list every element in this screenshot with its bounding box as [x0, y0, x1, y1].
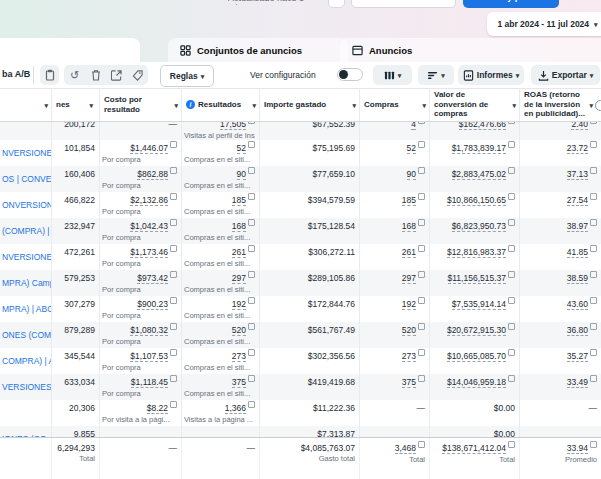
header-campaign-name[interactable]: ▾	[0, 88, 52, 121]
purchases-value[interactable]: 90	[407, 170, 416, 180]
purchases-value[interactable]: 52	[407, 144, 416, 154]
header-cost-per-result[interactable]: Costo por resultado ▾	[100, 88, 182, 121]
cost-value[interactable]: $900.23	[137, 300, 168, 310]
results-value[interactable]: 185	[232, 196, 246, 206]
results-value[interactable]: 297	[232, 274, 246, 284]
results-value[interactable]: 17,505	[220, 122, 246, 130]
discard-drafts-button[interactable]: Descartar borradores	[351, 0, 456, 8]
cost-value[interactable]: —	[169, 122, 178, 129]
roas-value[interactable]: 2.40	[571, 122, 588, 130]
cost-value[interactable]: $862.88	[137, 170, 168, 180]
cost-value[interactable]: $1,080.32	[130, 326, 168, 336]
results-value[interactable]: 52	[237, 144, 246, 154]
value-value[interactable]: $162,476.66	[459, 122, 506, 130]
date-range-picker[interactable]: 1 abr 2024 - 11 jul 2024 ▾	[487, 12, 601, 36]
value-value[interactable]: $1,783,839.17	[452, 144, 506, 154]
cell-campaign-name[interactable]	[0, 400, 52, 426]
results-value[interactable]: 90	[237, 170, 246, 180]
results-value[interactable]: 273	[232, 352, 246, 362]
roas-value[interactable]: —	[589, 404, 598, 413]
cell-campaign-name[interactable]: COMPRA) | A...	[0, 348, 52, 374]
roas-value[interactable]: 37.13	[567, 170, 588, 180]
total-roas-value[interactable]: 33.94	[567, 444, 588, 454]
results-value[interactable]: 1,366	[225, 404, 246, 414]
results-value[interactable]: 192	[232, 300, 246, 310]
tag-button[interactable]	[129, 66, 147, 84]
cost-value[interactable]: $1,173.46	[130, 248, 168, 258]
header-roas[interactable]: ROAS (retorno de la inversión en publici…	[520, 88, 601, 121]
preview-button[interactable]	[108, 66, 126, 84]
tab-ads[interactable]: Anuncios	[340, 38, 601, 62]
purchases-value[interactable]: 185	[402, 196, 416, 206]
cell-campaign-name[interactable]	[0, 122, 52, 140]
cell-campaign-name[interactable]: ONVERSIONE...	[0, 192, 52, 218]
tab-campaigns-active[interactable]	[0, 38, 140, 62]
cost-value[interactable]: $1,107.53	[130, 352, 168, 362]
purchases-value[interactable]: 261	[402, 248, 416, 258]
roas-value[interactable]: 38.97	[567, 222, 588, 232]
value-value[interactable]: $7,535,914.14	[452, 300, 506, 310]
roas-value[interactable]: 33.49	[567, 378, 588, 388]
value-value[interactable]: $10,866,150.65	[447, 196, 506, 206]
header-purchase-value[interactable]: Valor de conversión de compras ▾	[430, 88, 520, 121]
value-value[interactable]: $2,883,475.02	[452, 170, 506, 180]
cost-value[interactable]: $1,118.45	[131, 378, 168, 388]
purchases-value[interactable]: 273	[402, 352, 416, 362]
results-value[interactable]: 261	[232, 248, 246, 258]
total-purchases-value[interactable]: 3,468	[395, 444, 416, 454]
cost-value[interactable]: $8.22	[147, 404, 168, 414]
tab-adsets[interactable]: Conjuntos de anuncios	[168, 38, 348, 62]
purchases-value[interactable]: 168	[402, 222, 416, 232]
cell-campaign-name[interactable]: (COMPRA) | ...	[0, 218, 52, 244]
roas-value[interactable]: 35.27	[567, 352, 588, 362]
purchases-value[interactable]: 297	[402, 274, 416, 284]
results-value[interactable]: 520	[232, 326, 246, 336]
cell-campaign-name[interactable]: NVERSIONE...	[0, 140, 52, 166]
purchases-value[interactable]: 192	[402, 300, 416, 310]
value-value[interactable]: $6,823,950.73	[452, 222, 506, 232]
cost-value[interactable]: $2,132.86	[130, 196, 168, 206]
roas-value[interactable]: 41.85	[567, 248, 588, 258]
value-value[interactable]: $11,156,515.37	[448, 274, 506, 284]
cell-campaign-name[interactable]: ONES (COMP...	[0, 322, 52, 348]
purchases-value[interactable]: —	[417, 404, 426, 413]
cell-campaign-name[interactable]: MPRA) Camp...	[0, 270, 52, 296]
purchases-value[interactable]: 4	[411, 122, 416, 130]
cell-campaign-name[interactable]: IONES (CO...	[0, 426, 52, 437]
roas-value[interactable]: 38.59	[567, 274, 588, 284]
ab-test-button[interactable]: ba A/B	[2, 69, 30, 79]
columns-dropdown[interactable]: ▾	[373, 65, 412, 85]
breakdown-dropdown[interactable]: ▾	[418, 65, 454, 85]
cell-campaign-name[interactable]: MPRA) | ABO	[0, 296, 52, 322]
undo-button[interactable]: ↺	[66, 66, 84, 84]
cost-value[interactable]: $1,042.43	[130, 222, 168, 232]
roas-value[interactable]: 27.54	[567, 196, 588, 206]
view-settings-toggle[interactable]	[337, 68, 363, 81]
value-value[interactable]: $20,672,915.30	[447, 326, 506, 336]
header-purchases[interactable]: Compras ▾	[360, 88, 430, 121]
cell-campaign-name[interactable]: OS | CONVE...	[0, 166, 52, 192]
value-value[interactable]: $0.00	[494, 430, 515, 437]
roas-value[interactable]: 23.72	[567, 144, 588, 154]
cell-campaign-name[interactable]: NVERSIONE...	[0, 244, 52, 270]
info-icon[interactable]: i	[186, 100, 195, 109]
review-publish-button[interactable]: Revisar y publicar	[463, 0, 559, 8]
cell-campaign-name[interactable]: VERSIONES ...	[0, 374, 52, 400]
export-dropdown[interactable]: Exportar ▾	[531, 65, 600, 85]
value-value[interactable]: $0.00	[494, 404, 515, 413]
value-value[interactable]: $14,046,959.18	[447, 378, 506, 388]
cost-value[interactable]: $973.42	[137, 274, 168, 284]
delete-button[interactable]	[87, 66, 105, 84]
rules-dropdown[interactable]: Reglas ▾	[160, 65, 214, 87]
header-results[interactable]: i Resultados ▾	[182, 88, 260, 121]
header-impressions[interactable]: nes ▾	[52, 88, 100, 121]
cost-value[interactable]: $1,446.07	[130, 144, 168, 154]
value-value[interactable]: $10,665,085.70	[447, 352, 506, 362]
purchases-value[interactable]: 375	[402, 378, 416, 388]
value-value[interactable]: $12,816,983.37	[447, 248, 506, 258]
header-amount-spent[interactable]: Importe gastado ▾	[260, 88, 360, 121]
results-value[interactable]: 375	[232, 378, 246, 388]
results-value[interactable]: 168	[232, 222, 246, 232]
roas-value[interactable]: 36.80	[567, 326, 588, 336]
reports-dropdown[interactable]: Informes ▾	[458, 65, 524, 85]
